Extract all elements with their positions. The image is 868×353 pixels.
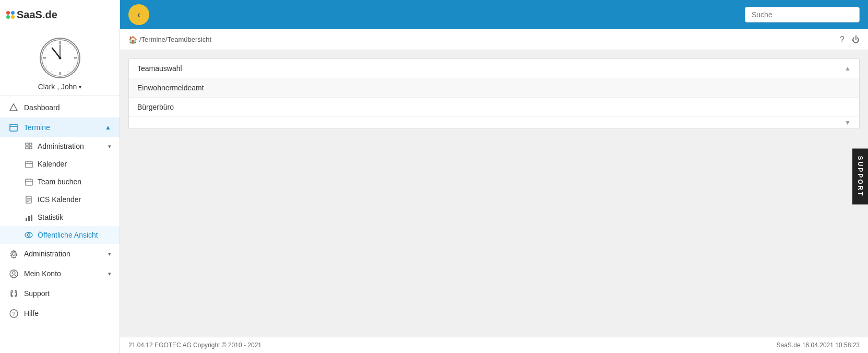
svg-point-44 — [13, 272, 15, 274]
nav-section: Dashboard Termine ▲ Administration — [0, 96, 120, 353]
main-content: Teamauswahl ▲ Einwohnermeldeamt Bürgerbü… — [120, 50, 868, 337]
user-name[interactable]: Clark , John ▾ — [38, 83, 82, 91]
user-section: Clark , John ▾ — [0, 29, 120, 96]
svg-point-41 — [28, 234, 30, 237]
dot-blue — [11, 11, 15, 15]
team-select-card: Teamauswahl ▲ Einwohnermeldeamt Bürgerbü… — [128, 58, 860, 129]
sidebar-item-hilfe[interactable]: ? Hilfe — [0, 303, 120, 323]
sidebar-item-termine[interactable]: Termine ▲ — [0, 117, 120, 137]
clock — [40, 38, 80, 78]
team-buchen-icon — [24, 177, 33, 186]
power-icon[interactable]: ⏻ — [852, 35, 860, 44]
hilfe-icon: ? — [8, 308, 19, 319]
svg-rect-24 — [29, 147, 32, 149]
support-tab[interactable]: SUPPORT — [852, 148, 868, 204]
oeffentliche-ansicht-icon — [24, 230, 33, 240]
support-icon — [8, 288, 19, 299]
sidebar-item-kalender[interactable]: Kalender — [0, 155, 120, 173]
back-button[interactable]: ‹ — [128, 4, 149, 25]
sidebar-item-statistik[interactable]: Statistik — [0, 208, 120, 226]
dot-red — [6, 11, 10, 15]
termine-icon — [8, 122, 19, 133]
svg-rect-22 — [29, 143, 32, 145]
svg-rect-25 — [26, 161, 32, 168]
ics-kalender-icon — [24, 195, 33, 204]
svg-rect-38 — [28, 216, 30, 221]
sidebar-item-label: Öffentliche Ansicht — [38, 231, 98, 239]
team-select-header: Teamauswahl ▲ — [129, 59, 859, 78]
svg-rect-23 — [26, 147, 28, 149]
clock-face — [41, 39, 79, 77]
sidebar-item-oeffentliche-ansicht[interactable]: Öffentliche Ansicht — [0, 226, 120, 244]
svg-point-15 — [58, 57, 61, 60]
administration-chevron-icon: ▾ — [108, 251, 111, 257]
team-item-buergerbuero[interactable]: Bürgerbüro — [129, 98, 859, 116]
sidebar-item-administration[interactable]: Administration ▾ — [0, 244, 120, 264]
svg-rect-39 — [31, 215, 32, 221]
dot-yellow — [11, 15, 15, 19]
breadcrumb: 🏠 /Termine/Teamübersicht — [128, 36, 211, 44]
team-select-scroll-up[interactable]: ▲ — [845, 65, 851, 72]
team-select-label: Teamauswahl — [137, 64, 182, 73]
breadcrumb-actions: ? ⏻ — [840, 35, 860, 44]
dashboard-icon — [8, 102, 19, 113]
sidebar-item-label: Statistik — [38, 213, 63, 221]
sidebar-item-label: Dashboard — [24, 103, 60, 112]
sidebar-item-administration-sub[interactable]: Administration ▾ — [0, 137, 120, 155]
content-footer: 21.04.12 EGOTEC AG Copyright © 2010 - 20… — [120, 337, 868, 353]
sidebar-item-mein-konto[interactable]: Mein Konto ▾ — [0, 264, 120, 284]
mein-konto-icon — [8, 268, 19, 279]
svg-rect-37 — [26, 218, 27, 221]
logo-text: SaaS.de — [17, 9, 57, 21]
sidebar-item-label: Hilfe — [24, 309, 39, 317]
footer-copyright: 21.04.12 EGOTEC AG Copyright © 2010 - 20… — [128, 342, 261, 349]
sidebar: Clark , John ▾ Dashboard — [0, 29, 120, 353]
mein-konto-chevron-icon: ▾ — [108, 270, 111, 277]
svg-point-40 — [25, 232, 32, 238]
help-icon[interactable]: ? — [840, 35, 845, 44]
chevron-down-icon: ▾ — [79, 84, 81, 90]
dot-green — [6, 15, 10, 19]
sidebar-item-label: Termine — [24, 123, 105, 132]
search-input[interactable] — [745, 7, 860, 22]
top-bar: ‹ — [120, 0, 868, 29]
home-icon: 🏠 — [128, 36, 137, 44]
sidebar-item-dashboard[interactable]: Dashboard — [0, 98, 120, 117]
svg-text:?: ? — [12, 311, 15, 317]
svg-rect-17 — [10, 124, 17, 131]
administration-icon — [8, 249, 19, 259]
logo-dots — [6, 11, 15, 19]
team-select-scroll-down[interactable]: ▼ — [845, 119, 851, 126]
footer-datetime: SaaS.de 16.04.2021 10:58:23 — [777, 342, 860, 349]
svg-rect-29 — [26, 179, 32, 185]
sidebar-item-ics-kalender[interactable]: ICS Kalender — [0, 191, 120, 208]
team-select-footer: ▼ — [129, 116, 859, 128]
termine-expand-icon: ▲ — [105, 124, 111, 131]
logo-area: SaaS.de — [0, 0, 120, 29]
sidebar-item-team-buchen[interactable]: Team buchen — [0, 173, 120, 191]
kalender-icon — [24, 159, 33, 169]
team-item-einwohnermeldeamt[interactable]: Einwohnermeldeamt — [129, 78, 859, 98]
statistik-icon — [24, 213, 33, 222]
svg-point-42 — [13, 253, 15, 255]
sidebar-item-label: Mein Konto — [24, 269, 108, 278]
sidebar-item-label: Administration — [24, 250, 108, 258]
sidebar-item-support[interactable]: Support — [0, 284, 120, 303]
svg-marker-16 — [10, 104, 17, 111]
breadcrumb-bar: 🏠 /Termine/Teamübersicht ? ⏻ — [120, 29, 868, 50]
sidebar-item-label: Support — [24, 289, 50, 298]
content-area: 🏠 /Termine/Teamübersicht ? ⏻ Teamauswahl… — [120, 29, 868, 353]
sidebar-item-label: Kalender — [38, 160, 67, 168]
administration-expand-icon: ▾ — [108, 143, 111, 150]
breadcrumb-path: /Termine/Teamübersicht — [139, 36, 211, 43]
sidebar-item-label: Administration — [38, 142, 108, 150]
administration-sub-icon — [24, 142, 33, 151]
svg-rect-21 — [26, 143, 28, 145]
sidebar-item-label: ICS Kalender — [38, 195, 81, 204]
sidebar-item-label: Team buchen — [38, 178, 81, 186]
